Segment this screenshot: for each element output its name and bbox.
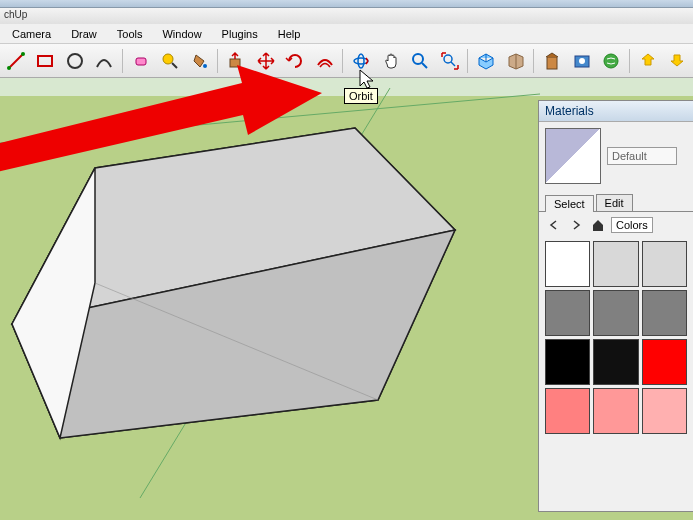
svg-point-1 (7, 66, 11, 70)
svg-line-22 (140, 88, 390, 498)
browser-tab-strip (0, 0, 693, 8)
toolbar-separator (629, 49, 630, 73)
model-box-3d (0, 88, 560, 508)
material-swatch[interactable] (593, 388, 638, 434)
circle-tool-icon[interactable] (61, 47, 89, 75)
menu-bar: Camera Draw Tools Window Plugins Help (0, 24, 693, 44)
svg-point-12 (413, 54, 423, 64)
toolbar-separator (467, 49, 468, 73)
tab-edit[interactable]: Edit (596, 194, 633, 211)
material-swatch[interactable] (593, 339, 638, 385)
svg-point-20 (604, 54, 618, 68)
main-toolbar (0, 44, 693, 78)
material-swatch[interactable] (545, 241, 590, 287)
iso-view-icon[interactable] (472, 47, 500, 75)
materials-nav: Colors (539, 212, 693, 238)
toolbar-separator (533, 49, 534, 73)
material-swatch[interactable] (545, 290, 590, 336)
material-swatch[interactable] (642, 388, 687, 434)
current-material-name: Default (607, 147, 677, 165)
svg-point-6 (163, 54, 173, 64)
svg-line-27 (95, 283, 378, 400)
svg-line-21 (0, 94, 540, 143)
material-swatch[interactable] (642, 290, 687, 336)
toolbar-separator (122, 49, 123, 73)
toolbar-separator (342, 49, 343, 73)
export-icon[interactable] (634, 47, 662, 75)
menu-plugins[interactable]: Plugins (212, 26, 268, 42)
svg-point-8 (203, 64, 207, 68)
tab-select[interactable]: Select (545, 195, 594, 212)
tool-tooltip: Orbit (344, 88, 378, 104)
svg-marker-24 (12, 128, 455, 324)
materials-panel-title: Materials (539, 101, 693, 122)
svg-marker-26 (12, 168, 95, 438)
svg-point-4 (68, 54, 82, 68)
eraser-tool-icon[interactable] (127, 47, 155, 75)
menu-draw[interactable]: Draw (61, 26, 107, 42)
material-swatch[interactable] (642, 339, 687, 385)
materials-category[interactable]: Colors (611, 217, 653, 233)
line-tool-icon[interactable] (2, 47, 30, 75)
svg-rect-17 (547, 57, 557, 69)
push-pull-tool-icon[interactable] (222, 47, 250, 75)
materials-swatch-grid (539, 238, 693, 437)
svg-line-13 (422, 63, 427, 68)
menu-camera[interactable]: Camera (2, 26, 61, 42)
svg-point-2 (21, 52, 25, 56)
paint-bucket-tool-icon[interactable] (186, 47, 214, 75)
svg-rect-5 (136, 58, 146, 65)
material-swatch[interactable] (593, 290, 638, 336)
material-swatch[interactable] (593, 241, 638, 287)
svg-point-11 (358, 54, 364, 68)
pan-tool-icon[interactable] (377, 47, 405, 75)
section-tool-icon[interactable] (502, 47, 530, 75)
zoom-tool-icon[interactable] (406, 47, 434, 75)
menu-tools[interactable]: Tools (107, 26, 153, 42)
toolbar-separator (217, 49, 218, 73)
svg-line-7 (172, 63, 177, 68)
svg-line-0 (9, 54, 23, 68)
offset-tool-icon[interactable] (311, 47, 339, 75)
import-icon[interactable] (663, 47, 691, 75)
svg-marker-23 (12, 128, 455, 438)
app-title: chUp (4, 9, 27, 20)
material-swatch[interactable] (545, 339, 590, 385)
svg-point-14 (444, 55, 452, 63)
photo-match-icon[interactable] (568, 47, 596, 75)
rectangle-tool-icon[interactable] (32, 47, 60, 75)
orbit-tool-icon[interactable] (347, 47, 375, 75)
svg-point-19 (579, 58, 585, 64)
svg-line-15 (451, 62, 455, 66)
window-title-bar: chUp (0, 8, 693, 24)
svg-marker-25 (12, 230, 455, 438)
current-material-swatch[interactable] (545, 128, 601, 184)
svg-rect-9 (230, 59, 240, 67)
nav-forward-icon[interactable] (567, 216, 585, 234)
nav-home-icon[interactable] (589, 216, 607, 234)
materials-tabs: Select Edit (539, 190, 693, 212)
nav-back-icon[interactable] (545, 216, 563, 234)
menu-window[interactable]: Window (152, 26, 211, 42)
material-swatch[interactable] (642, 241, 687, 287)
arc-tool-icon[interactable] (91, 47, 119, 75)
rotate-tool-icon[interactable] (281, 47, 309, 75)
material-swatch[interactable] (545, 388, 590, 434)
svg-rect-3 (38, 56, 52, 66)
material-preview-row: Default (539, 122, 693, 190)
zoom-extents-tool-icon[interactable] (436, 47, 464, 75)
move-tool-icon[interactable] (252, 47, 280, 75)
menu-help[interactable]: Help (268, 26, 311, 42)
tape-measure-tool-icon[interactable] (156, 47, 184, 75)
materials-panel: Materials Default Select Edit Colors (538, 100, 693, 512)
get-models-icon[interactable] (597, 47, 625, 75)
building-tool-icon[interactable] (538, 47, 566, 75)
